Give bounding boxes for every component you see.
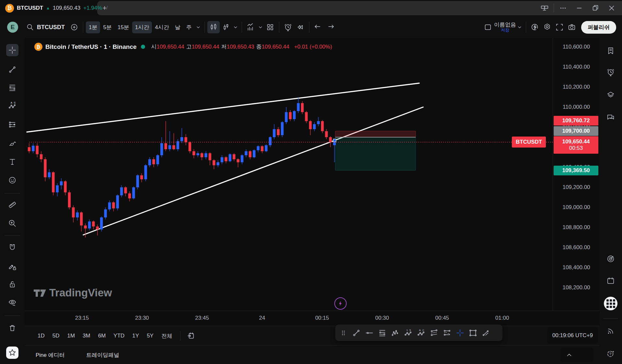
alert-clock-icon[interactable] xyxy=(605,66,617,78)
star-icon[interactable] xyxy=(6,347,18,359)
pine-editor-tab[interactable]: Pine 에디터 xyxy=(36,346,65,364)
alert-button[interactable] xyxy=(282,21,294,33)
publish-button[interactable]: 퍼블리쉬 xyxy=(581,21,616,34)
text-tool-icon[interactable] xyxy=(6,156,18,168)
trend-line-icon[interactable] xyxy=(6,63,18,76)
interval-chevron-down-icon[interactable] xyxy=(195,21,202,33)
indicators-chevron-down-icon[interactable] xyxy=(257,21,264,33)
time-tick: 00:45 xyxy=(435,315,449,321)
horizontal-ray-icon[interactable] xyxy=(363,327,375,339)
watchlist-bookmark-icon[interactable] xyxy=(605,45,617,57)
flat-channel-icon[interactable] xyxy=(441,327,453,339)
cross-line-icon[interactable] xyxy=(480,327,492,339)
compare-add-button[interactable] xyxy=(68,21,80,33)
indicators-button[interactable] xyxy=(245,21,257,33)
help-sparkle-icon[interactable]: ? xyxy=(605,347,617,360)
fullscreen-button[interactable] xyxy=(553,21,566,33)
layers-icon[interactable] xyxy=(605,89,617,101)
elliott-wave-icon[interactable] xyxy=(389,327,401,339)
interval-button-1시간[interactable]: 1시간 xyxy=(132,21,152,33)
symbol-title[interactable]: Bitcoin / TetherUS · 1 · Binance xyxy=(45,43,137,50)
time-axis[interactable]: 23:1523:3023:452400:1500:3000:4501:00 xyxy=(25,311,599,326)
layout-grid-button[interactable] xyxy=(264,21,276,33)
candlestick-plot[interactable] xyxy=(25,38,553,311)
rectangle-tool-icon[interactable] xyxy=(467,327,479,339)
magnet-icon[interactable] xyxy=(6,241,18,254)
chevron-up-icon[interactable] xyxy=(564,349,575,360)
chart-style-button[interactable] xyxy=(220,21,232,33)
bar-replay-button[interactable] xyxy=(294,21,306,33)
goto-date-icon[interactable] xyxy=(185,330,197,342)
range-button-6M[interactable]: 6M xyxy=(95,331,109,341)
layout-name-button[interactable]: 이름없음 저장 xyxy=(494,22,516,32)
quick-search-button[interactable] xyxy=(529,21,541,33)
range-button-5Y[interactable]: 5Y xyxy=(144,331,157,341)
forecast-icon[interactable] xyxy=(6,118,18,131)
toolbar-divider xyxy=(242,22,242,33)
range-button-5D[interactable]: 5D xyxy=(49,331,63,341)
ruler-icon[interactable] xyxy=(6,199,18,211)
eye-hide-icon[interactable] xyxy=(6,297,18,309)
wave-15-icon[interactable]: 15 xyxy=(402,327,414,339)
edit-lock-icon[interactable] xyxy=(6,260,18,273)
crosshair-icon[interactable] xyxy=(6,44,18,56)
drag-dots-icon[interactable] xyxy=(337,327,350,339)
layout-box-icon[interactable] xyxy=(482,21,494,33)
trading-panel-tab[interactable]: 트레이딩패널 xyxy=(86,346,119,364)
layout-chevron-down-icon[interactable] xyxy=(516,21,523,33)
interval-button-4시간[interactable]: 4시간 xyxy=(152,21,172,33)
interval-button-날[interactable]: 날 xyxy=(172,21,183,33)
chart-tab[interactable]: ₿ BTCUSDT ▲ 109,650.43 +1.94% / xyxy=(0,0,108,16)
interval-button-주[interactable]: 주 xyxy=(183,21,195,33)
symbol-search[interactable]: BTCUSDT xyxy=(23,21,68,33)
interval-button-15분[interactable]: 15분 xyxy=(115,21,132,33)
calendar-icon[interactable] xyxy=(605,275,617,287)
range-button-YTD[interactable]: YTD xyxy=(110,331,128,341)
minimize-button[interactable] xyxy=(572,2,586,14)
range-button-1Y[interactable]: 1Y xyxy=(129,331,142,341)
multi-monitor-icon[interactable] xyxy=(537,2,552,14)
market-status-dot[interactable] xyxy=(141,45,145,49)
user-avatar[interactable]: E xyxy=(7,22,18,33)
settings-gear-button[interactable] xyxy=(541,21,553,33)
fib-lines-icon[interactable] xyxy=(6,82,18,94)
emoji-icon[interactable] xyxy=(6,174,18,186)
save-label[interactable]: 저장 xyxy=(501,28,509,32)
range-button-1D[interactable]: 1D xyxy=(34,331,48,341)
close-button[interactable] xyxy=(605,2,619,14)
price-line-symbol-tag[interactable]: BTCUSDT xyxy=(512,137,546,148)
trend-line-icon[interactable] xyxy=(350,327,363,339)
undo-button[interactable] xyxy=(312,21,324,33)
fib-lines-icon[interactable] xyxy=(376,327,388,339)
apps-grid-icon[interactable] xyxy=(604,297,617,310)
new-tab-button[interactable]: + xyxy=(99,3,110,13)
clock[interactable]: 00:19:06 UTC+9 xyxy=(547,327,598,344)
window-menu-button[interactable] xyxy=(556,2,570,14)
chat-icon[interactable] xyxy=(605,111,617,124)
redo-button[interactable] xyxy=(324,21,337,33)
crosshair-icon[interactable] xyxy=(454,327,466,339)
range-button-전체[interactable]: 전체 xyxy=(158,330,176,342)
radar-icon[interactable] xyxy=(605,253,617,265)
parallel-channel-icon[interactable] xyxy=(428,327,440,339)
quick-action-lightning-button[interactable] xyxy=(334,297,347,310)
expand-icon[interactable] xyxy=(579,349,590,360)
price-axis[interactable]: 110,600.00110,400.00110,200.00110,000.00… xyxy=(553,38,600,326)
zoom-in-icon[interactable] xyxy=(6,217,18,229)
snapshot-camera-button[interactable] xyxy=(566,21,578,33)
candle-style-button[interactable] xyxy=(207,21,220,33)
lock-icon[interactable] xyxy=(6,278,18,291)
trash-icon[interactable] xyxy=(6,322,18,334)
brush-icon[interactable] xyxy=(6,137,18,149)
interval-button-1분[interactable]: 1분 xyxy=(86,21,100,33)
xabcd-pattern-icon[interactable]: AC xyxy=(6,99,18,112)
signal-icon[interactable] xyxy=(605,325,617,337)
range-button-3M[interactable]: 3M xyxy=(79,331,94,341)
interval-button-5분[interactable]: 5분 xyxy=(100,21,114,33)
style-chevron-down-icon[interactable] xyxy=(232,21,239,33)
symbol-header[interactable]: ₿ Bitcoin / TetherUS · 1 · Binance 시109,… xyxy=(34,43,332,51)
chart-pane[interactable]: ₿ Bitcoin / TetherUS · 1 · Binance 시109,… xyxy=(25,38,553,311)
restore-button[interactable] xyxy=(588,2,603,14)
range-button-1M[interactable]: 1M xyxy=(64,331,78,341)
wave-ac-icon[interactable]: AC xyxy=(415,327,427,339)
